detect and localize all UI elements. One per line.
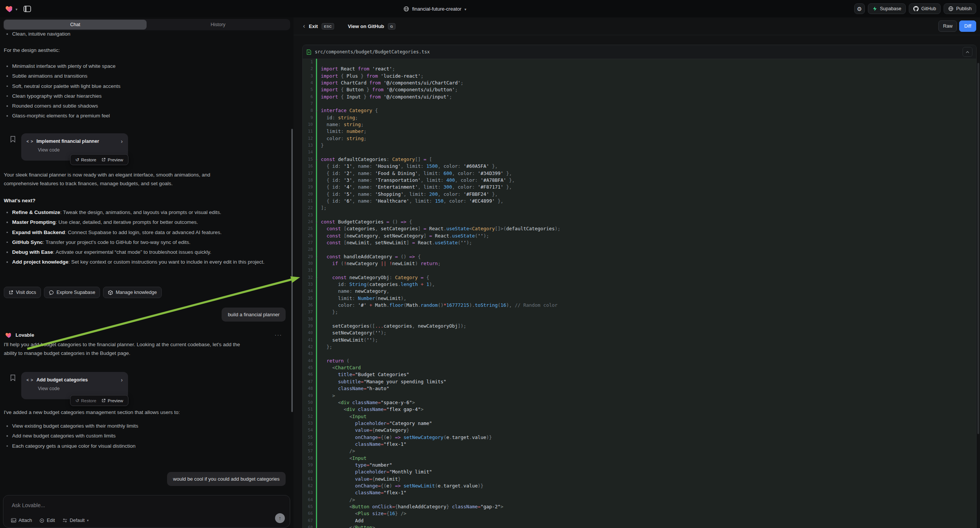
code-line: 67 Add xyxy=(303,517,976,524)
code-line: 51 <div className="flex gap-4"> xyxy=(303,406,976,413)
code-line: 46 title="Budget Categories" xyxy=(303,371,976,378)
tab-chat[interactable]: Chat xyxy=(4,20,146,30)
file-header[interactable]: src/components/budget/BudgetCategories.t… xyxy=(303,45,976,59)
explore-supabase-button[interactable]: Explore Supabase xyxy=(44,287,100,298)
code-line: 23 xyxy=(303,212,976,219)
supabase-label: Supabase xyxy=(880,6,901,11)
lovable-app: ▾ financial-future-creator ▾ ⚙ xyxy=(0,0,980,528)
code-line: 41 setNewLimit(''); xyxy=(303,337,976,344)
globe-icon xyxy=(403,6,409,12)
sidebar-toggle-button[interactable] xyxy=(23,5,32,13)
code-line: 12 color: string; xyxy=(303,135,976,142)
code-line: 17 { id: '2', name: 'Food & Dining', lim… xyxy=(303,170,976,177)
topbar: ▾ financial-future-creator ▾ ⚙ xyxy=(0,0,980,17)
design-heading: For the design aesthetic: xyxy=(4,46,60,54)
code-line: 38 xyxy=(303,316,976,323)
chevron-left-icon[interactable]: ‹ xyxy=(303,23,305,29)
code-line: 42 }; xyxy=(303,344,976,350)
code-line: 52 <Input xyxy=(303,413,976,420)
chevron-right-icon: › xyxy=(121,377,123,383)
code-line: 47 subtitle="Manage your spending limits… xyxy=(303,379,976,385)
view-on-github-button[interactable]: View on GitHub xyxy=(348,24,384,29)
diff-button[interactable]: Diff xyxy=(959,21,976,32)
code-line: 5import { Button } from '@/components/ui… xyxy=(303,86,976,93)
code-line: 18 { id: '3', name: 'Transportation', li… xyxy=(303,177,976,184)
list-item: GitHub Sync: Transfer your project's cod… xyxy=(4,238,265,247)
list-item: Minimalist interface with plenty of whit… xyxy=(4,62,277,71)
lovable-logo-menu[interactable]: ▾ xyxy=(0,5,18,13)
manage-knowledge-button[interactable]: Manage knowledge xyxy=(103,287,161,298)
external-link-icon xyxy=(102,157,106,162)
whats-next-heading: What's next? xyxy=(4,196,35,205)
prompt-input-box[interactable]: Ask Lovable... Attach Edit xyxy=(3,495,290,528)
exit-button[interactable]: Exit xyxy=(309,24,318,29)
list-item: Soft, neutral color palette with light b… xyxy=(4,82,277,91)
code-line: 19 { id: '4', name: 'Entertainment', lim… xyxy=(303,184,976,191)
github-label: GitHub xyxy=(921,6,936,11)
code-scrollbar[interactable] xyxy=(977,63,979,434)
code-panel: ‹ Exit ESC View on GitHub G Raw Diff src… xyxy=(294,17,980,528)
gear-icon: ⚙ xyxy=(857,6,862,12)
code-line: 49 > xyxy=(303,393,976,399)
supabase-button[interactable]: Supabase xyxy=(868,3,906,14)
code-line: 14 xyxy=(303,149,976,156)
list-item: Add new budget categories with custom li… xyxy=(4,432,277,441)
edit-button[interactable]: Edit xyxy=(40,518,55,523)
send-button[interactable]: ↑ xyxy=(275,513,285,523)
code-line: 43 xyxy=(303,350,976,357)
code-line: 45 <ChartCard xyxy=(303,364,976,371)
list-item: Rounded corners and subtle shadows xyxy=(4,102,277,111)
external-link-icon xyxy=(102,398,106,402)
target-icon xyxy=(40,518,45,523)
bookmark-icon[interactable] xyxy=(10,374,16,382)
code-line: 3import { Plus } from 'lucide-react'; xyxy=(303,73,976,80)
code-line: 24∨const BudgetCategories = () => { xyxy=(303,219,976,225)
list-item: View existing budget categories with the… xyxy=(4,422,277,431)
code-line: 58 <Input xyxy=(303,455,976,462)
github-button[interactable]: GitHub xyxy=(909,3,940,14)
settings-button[interactable]: ⚙ xyxy=(854,3,865,14)
file-path: src/components/budget/BudgetCategories.t… xyxy=(315,49,430,54)
supabase-bolt-icon xyxy=(872,6,877,11)
tab-history[interactable]: History xyxy=(146,20,290,30)
assistant-message: Your sleek financial planner is now read… xyxy=(4,170,223,188)
project-selector[interactable]: financial-future-creator ▾ xyxy=(403,0,466,17)
code-line: 62 onChange={(e) => setNewLimit(e.target… xyxy=(303,483,976,489)
attach-button[interactable]: Attach xyxy=(11,518,32,523)
view-code-link[interactable]: View code xyxy=(38,147,128,153)
list-item: Add project knowledge: Set key context o… xyxy=(4,258,265,267)
code-line: 31 xyxy=(303,267,976,274)
code-line: 40 setNewCategory(''); xyxy=(303,329,976,336)
restore-button[interactable]: ↺ Restore xyxy=(75,398,96,403)
chat-scrollbar[interactable] xyxy=(291,129,293,412)
code-line: 7 xyxy=(303,100,976,107)
message-menu-button[interactable]: ··· xyxy=(275,332,282,338)
code-line: 21 { id: '6', name: 'Healthcare', limit:… xyxy=(303,198,976,205)
collapse-file-button[interactable] xyxy=(963,47,972,57)
code-viewer-header: ‹ Exit ESC View on GitHub G Raw Diff xyxy=(294,17,980,35)
code-line: 54 value={newCategory} xyxy=(303,427,976,434)
preview-button[interactable]: Preview xyxy=(102,157,123,162)
mode-selector[interactable]: Default ▾ xyxy=(62,518,89,523)
visit-docs-button[interactable]: Visit docs xyxy=(4,287,41,298)
external-link-icon xyxy=(9,290,13,295)
bookmark-icon[interactable] xyxy=(10,135,16,143)
list-item: Each category gets a unique color for vi… xyxy=(4,442,277,451)
preview-button[interactable]: Preview xyxy=(102,398,123,403)
github-icon xyxy=(913,6,919,11)
code-editor[interactable]: 12import React from 'react';3import { Pl… xyxy=(303,59,976,528)
list-item: Debug with Ease: Activate our experiment… xyxy=(4,248,265,257)
package-icon xyxy=(108,290,113,295)
g-shortcut-badge: G xyxy=(388,23,396,30)
code-line: 1 xyxy=(303,59,976,65)
publish-button[interactable]: Publish xyxy=(943,3,976,14)
view-code-link[interactable]: View code xyxy=(38,386,128,391)
restore-button[interactable]: ↺ Restore xyxy=(75,157,96,162)
assistant-name: Lovable xyxy=(16,332,34,338)
user-message: would be cool if you could add budget ca… xyxy=(167,472,286,486)
lovable-heart-icon xyxy=(5,332,12,338)
code-line: 11 limit: number; xyxy=(303,128,976,135)
raw-button[interactable]: Raw xyxy=(938,21,957,32)
code-line: 22]; xyxy=(303,205,976,212)
list-item: Refine & Customize: Tweak the design, an… xyxy=(4,208,265,217)
